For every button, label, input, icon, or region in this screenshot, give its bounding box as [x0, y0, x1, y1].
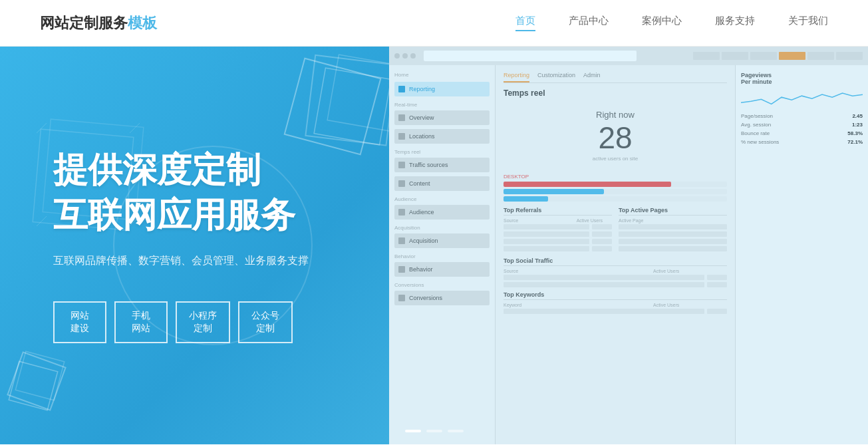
logo-main-text: 网站定制服务 [40, 15, 128, 31]
svg-line-7 [130, 123, 140, 133]
header: 网站定制服务模板 首页 产品中心 案例中心 服务支持 关于我们 [0, 0, 868, 47]
slide-dot-1[interactable] [405, 430, 421, 432]
svg-rect-2 [9, 361, 57, 410]
svg-rect-0 [314, 68, 391, 145]
slide-dot-2[interactable] [426, 430, 442, 432]
svg-rect-3 [15, 351, 64, 400]
cube-bottom-shape [7, 351, 67, 411]
hero-title-line1: 提供深度定制 [53, 148, 412, 193]
slide-indicators [405, 430, 464, 432]
btn-wechat[interactable]: 公众号 定制 [238, 301, 293, 343]
svg-line-6 [37, 123, 47, 133]
hero-subtitle: 互联网品牌传播、数字营销、会员管理、业务服务支撑 [53, 254, 412, 268]
btn-website[interactable]: 网站 建设 [53, 301, 106, 343]
hero-title-line2: 互联网应用服务 [53, 193, 412, 238]
screenshot-mockup: Home Reporting Real-time Overview Locati… [389, 47, 868, 444]
cube-top-shape [284, 58, 382, 156]
nav-item-about[interactable]: 关于我们 [788, 15, 828, 31]
main-nav: 首页 产品中心 案例中心 服务支持 关于我们 [515, 15, 828, 31]
screenshot-tint-overlay [389, 47, 868, 444]
logo: 网站定制服务模板 [40, 13, 157, 33]
hero-content: 提供深度定制 互联网应用服务 互联网品牌传播、数字营销、会员管理、业务服务支撑 … [0, 148, 412, 343]
hero-buttons: 网站 建设 手机 网站 小程序 定制 公众号 定制 [53, 301, 412, 343]
btn-miniprogram[interactable]: 小程序 定制 [176, 301, 230, 343]
slide-dot-3[interactable] [448, 430, 464, 432]
hero-section: 提供深度定制 互联网应用服务 互联网品牌传播、数字营销、会员管理、业务服务支撑 … [0, 47, 868, 444]
nav-item-cases[interactable]: 案例中心 [642, 15, 682, 31]
hero-title: 提供深度定制 互联网应用服务 [53, 148, 412, 237]
nav-item-support[interactable]: 服务支持 [715, 15, 755, 31]
btn-mobile[interactable]: 手机 网站 [114, 301, 168, 343]
nav-item-home[interactable]: 首页 [515, 15, 535, 31]
logo-accent-text: 模板 [128, 15, 157, 31]
nav-item-products[interactable]: 产品中心 [569, 15, 609, 31]
